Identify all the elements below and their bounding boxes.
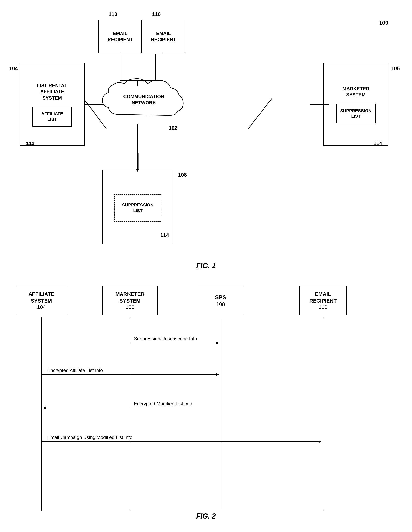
affiliate-system-ref: 104	[37, 304, 46, 310]
list-rental-label: LIST RENTALAFFILIATESYSTEM	[37, 82, 67, 101]
email-recipient-2-label: EMAILRECIPIENT	[151, 30, 176, 43]
sps-ref: 108	[216, 301, 225, 307]
communication-network: COMMUNICATIONNETWORK 102	[99, 75, 189, 124]
email-recipient-2: 110 EMAILRECIPIENT	[142, 20, 185, 53]
ref-100: 100	[379, 20, 388, 26]
fig1-label: FIG. 1	[196, 262, 216, 270]
svg-marker-10	[216, 342, 219, 344]
marketer-system: 106 MARKETERSYSTEM SUPPRESSIONLIST 114	[323, 63, 388, 146]
fig2-arrows	[8, 286, 404, 522]
sps-box: 108 SPS SUPPRESSIONLIST 114	[102, 170, 173, 244]
email-recipient-1: 110 EMAILRECIPIENT	[99, 20, 142, 53]
email-recipient-header-label: EMAILRECIPIENT	[309, 291, 337, 304]
sps-header-label: SPS	[215, 294, 226, 301]
svg-marker-15	[43, 407, 46, 409]
marketer-system-header-label: MARKETERSYSTEM	[115, 291, 144, 304]
email-recipient-ref: 110	[319, 304, 327, 310]
svg-line-5	[248, 99, 272, 129]
svg-marker-19	[319, 440, 321, 443]
msg1-label: Suppression/Unsubscribe Info	[134, 336, 197, 342]
affiliate-list-label: AFFILIATELIST	[41, 111, 63, 122]
affiliate-list-box: AFFILIATELIST	[33, 107, 72, 126]
svg-marker-13	[216, 373, 219, 376]
marketer-system-label: MARKETERSYSTEM	[342, 86, 369, 98]
suppression-list-box-marketer: SUPPRESSIONLIST	[336, 104, 375, 124]
suppression-list-sps-label: SUPPRESSIONLIST	[122, 202, 154, 213]
msg2-label: Encrypted Affiliate List Info	[47, 368, 103, 373]
fig2-label: FIG. 2	[196, 512, 216, 520]
msg3-label: Encrypted Modified List Info	[134, 401, 192, 407]
affiliate-system-header-label: AFFILIATESYSTEM	[28, 291, 54, 304]
email-recipient-header: EMAILRECIPIENT 110	[299, 286, 347, 315]
affiliate-system-header: AFFILIATESYSTEM 104	[16, 286, 67, 315]
marketer-system-header: MARKETERSYSTEM 106	[102, 286, 157, 315]
email-recipient-swimlane-line	[323, 317, 323, 511]
communication-network-label: COMMUNICATIONNETWORK	[123, 94, 164, 106]
marketer-swimlane-line	[130, 317, 130, 511]
email-recipient-1-label: EMAILRECIPIENT	[108, 30, 133, 43]
sps-header: SPS 108	[197, 286, 244, 315]
affiliate-swimlane-line	[41, 317, 42, 511]
list-rental-affiliate-system: 104 LIST RENTALAFFILIATESYSTEM AFFILIATE…	[20, 63, 85, 146]
sps-swimlane-line	[220, 317, 221, 511]
suppression-list-sps: SUPPRESSIONLIST	[114, 194, 162, 222]
msg4-label: Email Campaign Using Modified List Info	[47, 435, 132, 440]
marketer-system-ref: 106	[126, 304, 134, 310]
figure1: 100 110 EMAILRECIPIENT 110 EMAILRECIPIEN…	[8, 8, 404, 274]
suppression-list-marketer-label: SUPPRESSIONLIST	[340, 108, 372, 119]
figure2: AFFILIATESYSTEM 104 MARKETERSYSTEM 106 S…	[8, 286, 404, 522]
